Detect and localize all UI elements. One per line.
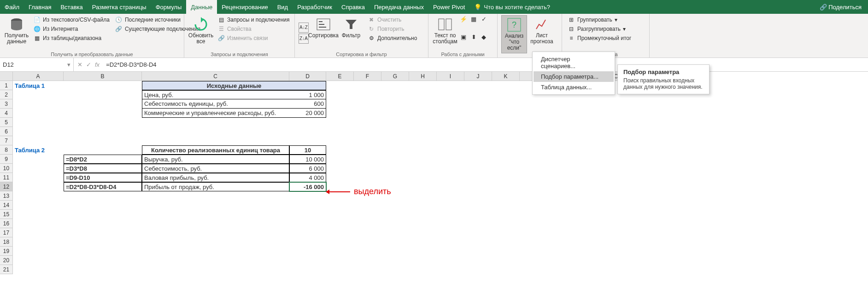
col-header-I[interactable]: I <box>437 72 464 81</box>
cell-C8[interactable]: Количество реализованных единиц товара <box>142 145 289 155</box>
edit-links-button[interactable]: 🔗Изменить связи <box>216 34 270 43</box>
filter-button[interactable]: Фильтр <box>338 15 364 51</box>
chevron-down-icon[interactable]: ▾ <box>67 61 70 68</box>
cell-B9[interactable]: =D8*D2 <box>64 155 142 164</box>
clear-button[interactable]: ✖Очистить <box>366 15 403 24</box>
row-header-14[interactable]: 14 <box>0 201 13 210</box>
row-header-18[interactable]: 18 <box>0 237 13 247</box>
cell-C10[interactable]: Себестоимость, руб. <box>142 164 289 173</box>
col-header-F[interactable]: F <box>354 72 381 81</box>
row-header-6[interactable]: 6 <box>0 127 13 136</box>
remove-duplicates-icon[interactable]: ▦ <box>470 15 477 23</box>
row-header-11[interactable]: 11 <box>0 173 13 182</box>
cell-A8[interactable]: Таблица 2 <box>13 145 64 155</box>
refresh-all-button[interactable]: Обновить все <box>188 15 214 51</box>
select-all-corner[interactable] <box>0 72 13 81</box>
cell-C1[interactable]: Исходные данные <box>142 81 326 90</box>
cell-C4[interactable]: Коммерческие и управленческие расходы, р… <box>142 109 289 118</box>
subtotal-button[interactable]: ≡Промежуточный итог <box>566 34 633 43</box>
tab-file[interactable]: Файл <box>0 0 24 14</box>
cell-A1[interactable]: Таблица 1 <box>13 81 64 90</box>
tab-review[interactable]: Рецензирование <box>217 0 272 14</box>
properties-button[interactable]: ☰Свойства <box>216 24 253 34</box>
row-header-10[interactable]: 10 <box>0 164 13 173</box>
tab-power-pivot[interactable]: Power Pivot <box>428 0 469 14</box>
row-header-9[interactable]: 9 <box>0 155 13 164</box>
tab-page-layout[interactable]: Разметка страницы <box>88 0 151 14</box>
cell-B12[interactable]: =D2*D8-D3*D8-D4 <box>64 182 142 191</box>
cell-D9[interactable]: 10 000 <box>289 155 326 164</box>
cell-D10[interactable]: 6 000 <box>289 164 326 173</box>
tab-view[interactable]: Вид <box>273 0 293 14</box>
cell-C12[interactable]: Прибыль от продаж, руб. <box>142 182 289 191</box>
row-header-8[interactable]: 8 <box>0 145 13 155</box>
tab-formulas[interactable]: Формулы <box>151 0 187 14</box>
from-table-button[interactable]: ▦Из таблицы/диапазона <box>31 34 103 43</box>
tab-help[interactable]: Справка <box>337 0 369 14</box>
share-button[interactable]: 🔗 Поделиться <box>820 4 862 11</box>
advanced-button[interactable]: ⚙Дополнительно <box>366 34 419 43</box>
cell-C9[interactable]: Выручка, руб. <box>142 155 289 164</box>
row-header-7[interactable]: 7 <box>0 136 13 145</box>
tab-developer[interactable]: Разработчик <box>293 0 337 14</box>
col-header-A[interactable]: A <box>13 72 64 81</box>
tab-data-streamer[interactable]: Передача данных <box>369 0 428 14</box>
relationships-icon[interactable]: ⬍ <box>470 34 477 41</box>
flash-fill-icon[interactable]: ⚡ <box>460 15 467 23</box>
tab-home[interactable]: Главная <box>24 0 56 14</box>
reapply-button[interactable]: ↻Повторить <box>366 24 406 34</box>
fx-icon[interactable]: fx <box>95 61 100 68</box>
row-header-2[interactable]: 2 <box>0 90 13 99</box>
enter-icon[interactable]: ✓ <box>86 61 91 68</box>
row-header-21[interactable]: 21 <box>0 265 13 274</box>
cancel-icon[interactable]: ✕ <box>77 61 82 68</box>
scenario-manager-item[interactable]: Диспетчер сценариев... <box>534 54 614 71</box>
row-header-1[interactable]: 1 <box>0 81 13 90</box>
cell-D11[interactable]: 4 000 <box>289 173 326 182</box>
row-header-13[interactable]: 13 <box>0 191 13 201</box>
worksheet-grid[interactable]: ABCDEFGHIJKLMNO 123456789101112131415161… <box>0 72 868 282</box>
data-table-item[interactable]: Таблица данных... <box>534 82 614 92</box>
formula-input[interactable]: =D2*D8-D3*D8-D4 <box>103 61 868 68</box>
data-validation-icon[interactable]: ✓ <box>480 15 487 23</box>
sort-az-icon[interactable]: A↓Z <box>299 23 309 33</box>
row-header-17[interactable]: 17 <box>0 228 13 237</box>
name-box[interactable]: D12 ▾ <box>0 58 74 71</box>
row-header-15[interactable]: 15 <box>0 210 13 219</box>
col-header-E[interactable]: E <box>326 72 354 81</box>
tab-insert[interactable]: Вставка <box>56 0 87 14</box>
cell-D2[interactable]: 1 000 <box>289 90 326 99</box>
goal-seek-item[interactable]: Подбор параметра... <box>534 71 614 82</box>
what-if-analysis-button[interactable]: ? Анализ "что если" <box>501 15 527 53</box>
consolidate-icon[interactable]: ▣ <box>460 34 467 41</box>
col-header-H[interactable]: H <box>409 72 437 81</box>
row-header-3[interactable]: 3 <box>0 99 13 109</box>
cell-D12[interactable]: -16 000 <box>289 182 326 191</box>
data-model-icon[interactable]: ◆ <box>480 34 487 41</box>
sort-button[interactable]: Сортировка <box>311 15 336 51</box>
col-header-C[interactable]: C <box>142 72 289 81</box>
col-header-B[interactable]: B <box>64 72 142 81</box>
cell-C2[interactable]: Цена, руб. <box>142 90 289 99</box>
from-web-button[interactable]: 🌐Из Интернета <box>31 24 80 34</box>
tell-me-search[interactable]: 💡 Что вы хотите сделать? <box>474 4 550 11</box>
cell-C11[interactable]: Валовая прибыль, руб. <box>142 173 289 182</box>
col-header-K[interactable]: K <box>492 72 520 81</box>
cell-B10[interactable]: =D3*D8 <box>64 164 142 173</box>
cell-D8[interactable]: 10 <box>289 145 326 155</box>
cell-B11[interactable]: =D9-D10 <box>64 173 142 182</box>
group-button[interactable]: ⊞Группировать ▾ <box>566 15 619 24</box>
row-header-16[interactable]: 16 <box>0 219 13 228</box>
row-header-12[interactable]: 12 <box>0 182 13 191</box>
row-header-4[interactable]: 4 <box>0 109 13 118</box>
cell-D4[interactable]: 20 000 <box>289 109 326 118</box>
forecast-sheet-button[interactable]: Лист прогноза <box>529 15 555 53</box>
col-header-D[interactable]: D <box>289 72 326 81</box>
ungroup-button[interactable]: ⊟Разгруппировать ▾ <box>566 24 628 34</box>
cell-D3[interactable]: 600 <box>289 99 326 109</box>
row-header-20[interactable]: 20 <box>0 256 13 265</box>
get-data-button[interactable]: Получить данные <box>4 15 29 51</box>
text-to-columns-button[interactable]: Текст по столбцам <box>432 15 458 51</box>
recent-sources-button[interactable]: 🕓Последние источники <box>113 15 182 24</box>
row-header-5[interactable]: 5 <box>0 118 13 127</box>
